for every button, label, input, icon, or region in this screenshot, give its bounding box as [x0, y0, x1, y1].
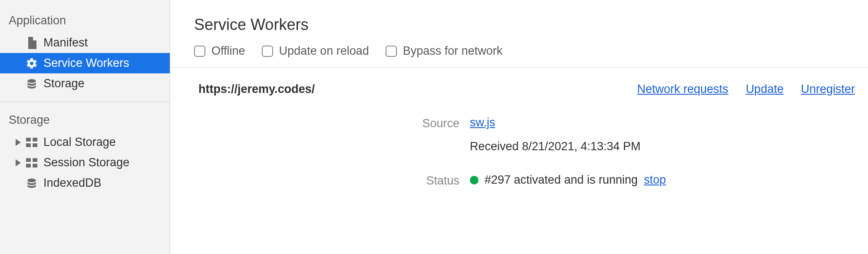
checkbox-update-on-reload[interactable]: Update on reload — [262, 44, 369, 58]
detail-label-status: Status — [170, 173, 470, 188]
link-source-file[interactable]: sw.js — [470, 116, 640, 129]
sidebar-item-label: Local Storage — [43, 135, 116, 149]
checkbox-icon — [386, 46, 397, 57]
service-worker-block: https://jeremy.codes/ Network requests U… — [170, 68, 868, 188]
sidebar-item-label: Service Workers — [43, 56, 129, 70]
checkbox-label: Offline — [211, 44, 245, 58]
checkbox-bypass-for-network[interactable]: Bypass for network — [386, 44, 503, 58]
sidebar: Application Manifest Service Workers Sto… — [0, 0, 170, 254]
link-update[interactable]: Update — [746, 82, 783, 96]
status-indicator-icon — [470, 176, 479, 185]
database-icon — [25, 178, 38, 189]
divider — [0, 102, 170, 102]
document-icon — [25, 37, 38, 49]
status-text: #297 activated and is running — [485, 173, 638, 187]
link-network-requests[interactable]: Network requests — [637, 82, 728, 96]
options-row: Offline Update on reload Bypass for netw… — [170, 44, 868, 67]
chevron-right-icon — [16, 159, 21, 166]
checkbox-icon — [194, 46, 205, 57]
detail-row-source: Source sw.js Received 8/21/2021, 4:13:34… — [170, 116, 868, 153]
service-worker-links: Network requests Update Unregister — [637, 82, 855, 96]
sidebar-item-storage[interactable]: Storage — [0, 73, 170, 94]
checkbox-icon — [262, 46, 273, 57]
table-icon — [25, 158, 38, 168]
sidebar-item-manifest[interactable]: Manifest — [0, 33, 170, 53]
main-panel: Service Workers Offline Update on reload… — [170, 0, 868, 254]
sidebar-item-label: Storage — [43, 77, 85, 90]
detail-value-source: sw.js Received 8/21/2021, 4:13:34 PM — [470, 116, 640, 153]
sidebar-item-label: Manifest — [43, 36, 88, 49]
section-title-storage: Storage — [0, 110, 170, 132]
sidebar-item-service-workers[interactable]: Service Workers — [0, 53, 170, 73]
checkbox-label: Update on reload — [279, 44, 369, 58]
chevron-right-icon — [16, 139, 21, 146]
detail-row-status: Status #297 activated and is running sto… — [170, 173, 868, 188]
table-icon — [25, 138, 38, 147]
page-title: Service Workers — [170, 0, 868, 44]
gear-icon — [25, 57, 38, 69]
link-stop[interactable]: stop — [644, 173, 666, 187]
link-unregister[interactable]: Unregister — [801, 82, 855, 96]
service-worker-header: https://jeremy.codes/ Network requests U… — [170, 82, 868, 96]
sidebar-item-label: Session Storage — [43, 156, 129, 169]
section-title-application: Application — [0, 10, 170, 33]
checkbox-label: Bypass for network — [403, 44, 503, 58]
service-worker-origin: https://jeremy.codes/ — [198, 82, 637, 96]
sidebar-item-label: IndexedDB — [43, 176, 102, 190]
sidebar-item-session-storage[interactable]: Session Storage — [0, 152, 170, 173]
sidebar-item-indexeddb[interactable]: IndexedDB — [0, 173, 170, 193]
detail-value-status: #297 activated and is running stop — [470, 173, 666, 187]
checkbox-offline[interactable]: Offline — [194, 44, 245, 58]
received-timestamp: Received 8/21/2021, 4:13:34 PM — [470, 140, 640, 153]
detail-label-source: Source — [170, 116, 470, 130]
database-icon — [25, 78, 38, 89]
sidebar-item-local-storage[interactable]: Local Storage — [0, 132, 170, 152]
